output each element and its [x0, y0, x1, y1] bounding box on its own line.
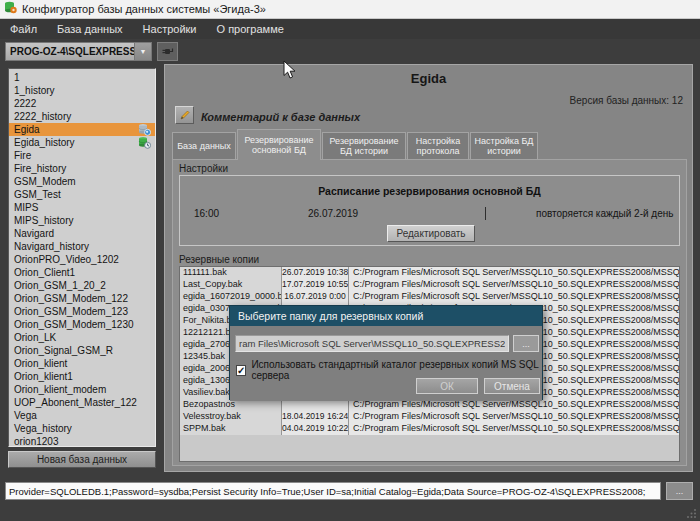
database-title: Egida: [165, 71, 692, 86]
sidebar-item-orion1203[interactable]: orion1203: [9, 435, 155, 447]
resize-grip-icon[interactable]: [687, 508, 697, 518]
sidebar-item-label: Navigard: [14, 228, 54, 239]
sidebar-item-vega[interactable]: Vega: [9, 409, 155, 422]
sidebar-item-fire_history[interactable]: Fire_history: [9, 162, 155, 175]
sidebar-item-2222[interactable]: 2222: [9, 97, 155, 110]
sidebar-item-label: Orion_Client1: [14, 267, 75, 278]
checkbox-icon[interactable]: ✓: [236, 365, 246, 376]
dialog-title: Выберите папку для резервных копий: [230, 306, 542, 326]
sidebar-item-vega_history[interactable]: Vega_history: [9, 422, 155, 435]
main-panel: Egida Версия базы данных: 12 Комментарий…: [164, 64, 693, 472]
table-row[interactable]: egida_16072019_0000.bak16.07.2019 0:00C:…: [180, 291, 679, 303]
sidebar-item-label: UOP_Abonent_Master_122: [14, 397, 137, 408]
chevron-down-icon[interactable]: ▼: [134, 43, 151, 60]
db-version-label: Версия базы данных: 12: [570, 95, 683, 106]
sidebar-item-egida[interactable]: Egida: [9, 123, 155, 136]
new-database-button[interactable]: Новая база данных: [8, 451, 156, 468]
sidebar-item-label: Orion_GSM_Modem_1230: [14, 319, 134, 330]
sidebar-item-uop_abonent_master_122[interactable]: UOP_Abonent_Master_122: [9, 396, 155, 409]
sidebar-item-gsm_test[interactable]: GSM_Test: [9, 188, 155, 201]
sidebar-item-egida_history[interactable]: Egida_history: [9, 136, 155, 149]
cancel-button[interactable]: Отмена: [484, 378, 540, 394]
edit-comment-button[interactable]: [175, 106, 194, 124]
tab-backup-main[interactable]: Резервирование основной БД: [237, 129, 321, 160]
table-row[interactable]: Last_Copy.bak17.07.2019 10:55C:/Program …: [180, 279, 679, 291]
sidebar-item-navigard_history[interactable]: Navigard_history: [9, 240, 155, 253]
sidebar-item-orion_gsm_modem_1230[interactable]: Orion_GSM_Modem_1230: [9, 318, 155, 331]
sidebar-item-label: 2222_history: [14, 111, 71, 122]
sidebar-item-orion_klient_modem[interactable]: Orion_klient_modem: [9, 383, 155, 396]
sidebar-item-1_history[interactable]: 1_history: [9, 84, 155, 97]
backup-name-cell: egida_16072019_0000.bak: [180, 291, 282, 303]
server-combobox-value: PROG-OZ-4\SQLEXPRESS2008: [6, 46, 134, 57]
backup-name-cell: Velesstroy.bak: [180, 411, 282, 423]
backup-path-cell: C:/Program Files/Microsoft SQL Server/MS…: [349, 267, 679, 279]
schedule-title: Расписание резервирования основной БД: [180, 185, 679, 197]
backup-path-cell: C:/Program Files/Microsoft SQL Server/MS…: [349, 279, 679, 291]
menu-file[interactable]: Файл: [0, 19, 47, 39]
tab-history-db-settings[interactable]: Настройка БД истории: [470, 132, 538, 159]
sidebar-item-label: Fire_history: [14, 163, 66, 174]
connection-browse-button[interactable]: ...: [666, 482, 693, 500]
backup-date-cell: 18.04.2019 16:24: [282, 411, 349, 423]
dialog-body: ... ✓ Использовать стандартный каталог р…: [230, 326, 542, 401]
sidebar-item-label: 1: [14, 72, 20, 83]
sidebar-item-2222_history[interactable]: 2222_history: [9, 110, 155, 123]
ok-button[interactable]: ОК: [416, 378, 478, 394]
browse-folder-button[interactable]: ...: [513, 335, 539, 352]
sidebar-item-orion_client1[interactable]: Orion_Client1: [9, 266, 155, 279]
connection-string-input[interactable]: [5, 482, 661, 500]
sidebar-item-orion_signal_gsm_r[interactable]: Orion_Signal_GSM_R: [9, 344, 155, 357]
sidebar-item-orion_gsm_modem_123[interactable]: Orion_GSM_Modem_123: [9, 305, 155, 318]
schedule-date: 26.07.2019: [308, 208, 358, 219]
sidebar-item-label: Orion_GSM_1_20_2: [14, 280, 106, 291]
backup-name-cell: Last_Copy.bak: [180, 279, 282, 291]
tab-database[interactable]: База данных: [172, 132, 236, 159]
schedule-repeat: повторяется каждый 2-й день: [536, 208, 673, 219]
sidebar-item-label: Orion_klient1: [14, 371, 73, 382]
sidebar-item-label: 1_history: [14, 85, 55, 96]
sidebar-item-navigard[interactable]: Navigard: [9, 227, 155, 240]
menu-database[interactable]: База данных: [47, 19, 133, 39]
table-row[interactable]: SPPM.bak04.04.2019 10:22C:/Program Files…: [180, 423, 679, 435]
titlebar[interactable]: Конфигуратор базы данных системы «Эгида-…: [0, 0, 700, 19]
sidebar-item-orion_klient1[interactable]: Orion_klient1: [9, 370, 155, 383]
settings-group-label: Настройки: [179, 163, 228, 174]
tab-backup-history[interactable]: Резервирование БД истории: [322, 132, 406, 159]
sidebar-item-orion_gsm_1_20_2[interactable]: Orion_GSM_1_20_2: [9, 279, 155, 292]
sidebar-item-label: Orion_klient: [14, 358, 67, 369]
schedule-frame: Расписание резервирования основной БД 16…: [179, 175, 680, 246]
menu-about[interactable]: О программе: [207, 19, 294, 39]
sidebar-item-1[interactable]: 1: [9, 71, 155, 84]
menu-bar: ФайлБаза данныхНастройкиО программе: [0, 19, 700, 39]
sidebar-item-label: Orion_GSM_Modem_123: [14, 306, 128, 317]
table-row[interactable]: Velesstroy.bak18.04.2019 16:24C:/Program…: [180, 411, 679, 423]
sidebar-item-gsm_modem[interactable]: GSM_Modem: [9, 175, 155, 188]
sidebar-item-mips_history[interactable]: MIPS_history: [9, 214, 155, 227]
tab-bar: База данныхРезервирование основной БДРез…: [172, 128, 539, 159]
sidebar-item-mips[interactable]: MIPS: [9, 201, 155, 214]
connect-button[interactable]: [157, 42, 178, 61]
backup-date-cell: 26.07.2019 10:38: [282, 267, 349, 279]
server-combobox[interactable]: PROG-OZ-4\SQLEXPRESS2008 ▼: [5, 42, 152, 61]
sidebar-item-orion_lk[interactable]: Orion_LK: [9, 331, 155, 344]
backup-date-cell: 04.04.2019 10:22: [282, 423, 349, 435]
backup-date-cell: 17.07.2019 10:55: [282, 279, 349, 291]
app-window: Конфигуратор базы данных системы «Эгида-…: [0, 0, 700, 521]
sidebar-item-label: MIPS_history: [14, 215, 73, 226]
edit-schedule-button[interactable]: Редактировать: [387, 225, 475, 242]
backup-path-cell: C:/Program Files/Microsoft SQL Server/MS…: [349, 423, 679, 435]
table-row[interactable]: 111111.bak26.07.2019 10:38C:/Program Fil…: [180, 267, 679, 279]
sidebar-item-fire[interactable]: Fire: [9, 149, 155, 162]
sidebar-item-orion_gsm_modem_122[interactable]: Orion_GSM_Modem_122: [9, 292, 155, 305]
sidebar-item-label: Orion_Signal_GSM_R: [14, 345, 113, 356]
database-icon: [138, 123, 151, 136]
sidebar-item-label: Fire: [14, 150, 31, 161]
backup-folder-input[interactable]: [235, 335, 509, 352]
sidebar-item-label: Egida_history: [14, 137, 75, 148]
sidebar-item-orionpro_video_1202[interactable]: OrionPRO_Video_1202: [9, 253, 155, 266]
sidebar-item-orion_klient[interactable]: Orion_klient: [9, 357, 155, 370]
schedule-time: 16:00: [194, 208, 219, 219]
menu-settings[interactable]: Настройки: [133, 19, 207, 39]
tab-protocol-settings[interactable]: Настройка протокола: [407, 132, 469, 159]
